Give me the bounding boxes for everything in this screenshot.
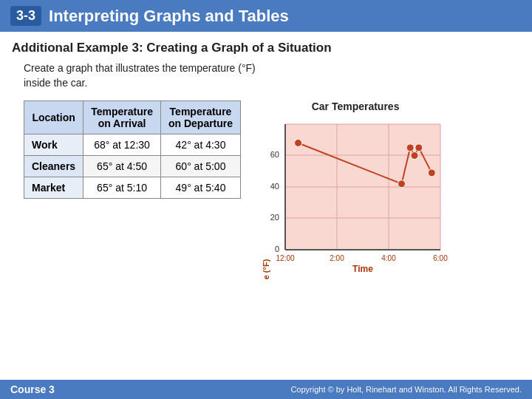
table-body: Work 68° at 12:30 42° at 4:30 Cleaners 6…: [24, 134, 241, 199]
svg-text:4:00: 4:00: [381, 254, 396, 262]
footer-course: Course 3: [10, 383, 55, 395]
example-title: Additional Example 3: Creating a Graph o…: [12, 41, 520, 55]
main-row: Location Temperatureon Arrival Temperatu…: [24, 100, 520, 279]
cell-departure: 49° at 5:40: [160, 177, 240, 199]
chart-container: Car Temperatures: [256, 100, 455, 279]
table-row: Market 65° at 5:10 49° at 5:40: [24, 177, 241, 199]
svg-text:20: 20: [270, 213, 279, 222]
chart-area: 0 20 40 60 12:00 2:00 4:00 6:00 Temperat…: [256, 117, 455, 279]
svg-text:12:00: 12:00: [276, 254, 295, 262]
svg-point-27: [428, 169, 435, 177]
svg-text:Time: Time: [352, 264, 373, 274]
svg-text:6:00: 6:00: [433, 254, 448, 262]
table-row: Work 68° at 12:30 42° at 4:30: [24, 134, 241, 156]
svg-point-24: [406, 144, 414, 151]
chart-title: Car Temperatures: [312, 100, 400, 112]
header: 3-3 Interpreting Graphs and Tables: [0, 0, 532, 32]
chart-svg: 0 20 40 60 12:00 2:00 4:00 6:00 Temperat…: [256, 117, 455, 279]
svg-text:2:00: 2:00: [330, 254, 344, 262]
footer: Course 3 Copyright © by Holt, Rinehart a…: [0, 380, 532, 399]
table-row: Cleaners 65° at 4:50 60° at 5:00: [24, 156, 241, 177]
data-table: Location Temperatureon Arrival Temperatu…: [24, 100, 241, 199]
section-badge: 3-3: [10, 6, 41, 26]
cell-arrival: 65° at 5:10: [83, 177, 161, 199]
svg-text:60: 60: [270, 150, 279, 159]
col-header-arrival: Temperatureon Arrival: [83, 101, 161, 134]
cell-location: Market: [24, 177, 83, 199]
col-header-location: Location: [24, 101, 83, 134]
svg-point-26: [415, 144, 423, 151]
svg-point-22: [295, 140, 302, 147]
cell-departure: 42° at 4:30: [160, 134, 240, 156]
cell-arrival: 68° at 12:30: [83, 134, 161, 156]
svg-text:40: 40: [270, 182, 279, 191]
cell-location: Cleaners: [24, 156, 83, 177]
cell-departure: 60° at 5:00: [160, 156, 240, 177]
footer-copyright: Copyright © by Holt, Rinehart and Winsto…: [290, 385, 522, 394]
svg-point-23: [398, 180, 406, 188]
cell-arrival: 65° at 4:50: [83, 156, 161, 177]
col-header-departure: Temperatureon Departure: [160, 101, 240, 134]
cell-location: Work: [24, 134, 83, 156]
page-title: Interpreting Graphs and Tables: [49, 7, 289, 26]
content-area: Additional Example 3: Creating a Graph o…: [0, 32, 532, 288]
svg-text:0: 0: [275, 245, 279, 253]
instruction-text: Create a graph that illustrates the temp…: [24, 61, 520, 90]
svg-text:Temperature (°F): Temperature (°F): [262, 259, 270, 280]
svg-point-25: [411, 152, 418, 160]
